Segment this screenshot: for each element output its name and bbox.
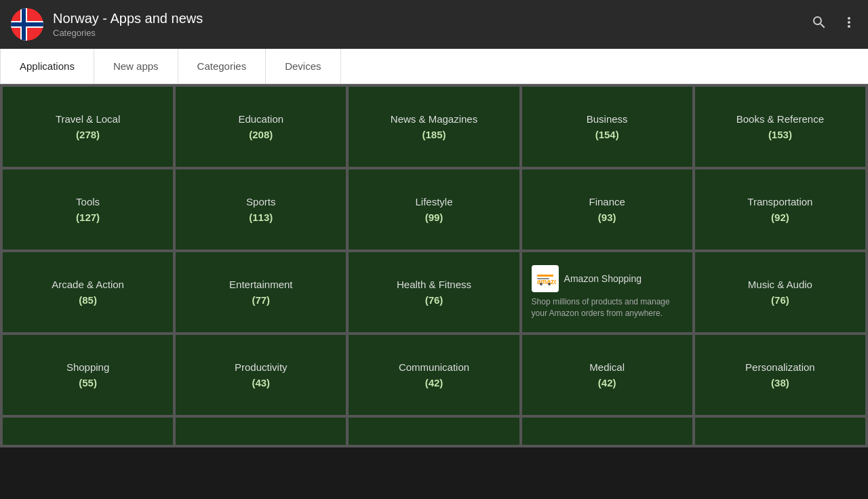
category-name: Sports [246, 196, 275, 207]
category-productivity[interactable]: Productivity (43) [176, 335, 346, 415]
category-name: Tools [76, 196, 100, 207]
category-news-magazines[interactable]: News & Magazines (185) [349, 87, 519, 167]
category-shopping[interactable]: Shopping (55) [3, 335, 173, 415]
category-transportation[interactable]: Transportation (92) [695, 169, 865, 250]
category-arcade-action[interactable]: Arcade & Action (85) [3, 252, 173, 332]
category-count: (42) [598, 377, 616, 388]
category-count: (85) [79, 294, 97, 306]
category-name: Entertainment [229, 279, 292, 290]
category-name: Travel & Local [56, 113, 120, 125]
category-count: (76) [771, 294, 789, 306]
category-count: (38) [771, 377, 789, 388]
category-sports[interactable]: Sports (113) [176, 169, 346, 250]
category-name: Health & Fitness [397, 279, 471, 290]
category-name: Lifestyle [415, 196, 452, 207]
category-count: (278) [76, 129, 100, 140]
category-tools[interactable]: Tools (127) [3, 169, 173, 250]
header-title: Norway - Apps and news [53, 11, 203, 26]
header-subtitle: Categories [53, 28, 203, 38]
category-name: Finance [589, 196, 625, 207]
header-actions [811, 14, 857, 35]
category-communication[interactable]: Communication (42) [349, 335, 519, 415]
category-name: Shopping [66, 361, 109, 373]
category-medical[interactable]: Medical (42) [522, 335, 692, 415]
category-bottom-5[interactable] [695, 418, 865, 445]
ad-header: amazon Amazon Shopping [532, 265, 642, 292]
category-name: Transportation [747, 196, 812, 207]
category-count: (42) [425, 377, 443, 388]
category-entertainment[interactable]: Entertainment (77) [176, 252, 346, 332]
category-count: (127) [76, 212, 100, 223]
category-count: (76) [425, 294, 443, 306]
svg-rect-3 [11, 22, 43, 26]
category-count: (185) [422, 129, 446, 140]
category-bottom-2[interactable] [176, 418, 346, 445]
category-health-fitness[interactable]: Health & Fitness (76) [349, 252, 519, 332]
category-bottom-3[interactable] [349, 418, 519, 445]
category-count: (77) [252, 294, 270, 306]
category-count: (43) [252, 377, 270, 388]
svg-rect-9 [537, 278, 549, 279]
country-flag [11, 8, 43, 41]
nav-tabs: Applications New apps Categories Devices [0, 49, 868, 84]
category-name: Music & Audio [748, 279, 812, 290]
ad-description: Shop millions of products and manage you… [532, 296, 683, 319]
category-count: (208) [249, 129, 273, 140]
amazon-ad[interactable]: amazon Amazon Shopping Shop millions of … [522, 252, 692, 332]
category-count: (154) [595, 129, 619, 140]
category-name: Education [238, 113, 283, 125]
category-name: Communication [399, 361, 469, 373]
category-count: (92) [771, 212, 789, 223]
bottom-partial-row [0, 418, 868, 447]
more-options-icon[interactable] [841, 14, 857, 35]
tab-devices[interactable]: Devices [266, 49, 340, 83]
category-name: Business [587, 113, 628, 125]
category-personalization[interactable]: Personalization (38) [695, 335, 865, 415]
header-left: Norway - Apps and news Categories [11, 8, 203, 41]
category-name: Medical [589, 361, 625, 373]
category-business[interactable]: Business (154) [522, 87, 692, 167]
search-icon[interactable] [811, 14, 827, 35]
svg-point-10 [540, 283, 542, 285]
category-lifestyle[interactable]: Lifestyle (99) [349, 169, 519, 250]
header: Norway - Apps and news Categories [0, 0, 868, 49]
category-count: (113) [249, 212, 273, 223]
category-count: (153) [768, 129, 792, 140]
svg-point-11 [548, 283, 551, 285]
category-bottom-1[interactable] [3, 418, 173, 445]
category-bottom-4[interactable] [522, 418, 692, 445]
tab-categories[interactable]: Categories [178, 49, 267, 83]
category-education[interactable]: Education (208) [176, 87, 346, 167]
category-travel-local[interactable]: Travel & Local (278) [3, 87, 173, 167]
category-music-audio[interactable]: Music & Audio (76) [695, 252, 865, 332]
category-name: Personalization [745, 361, 815, 373]
amazon-logo: amazon [532, 265, 559, 292]
ad-app-name: Amazon Shopping [564, 273, 642, 284]
header-text: Norway - Apps and news Categories [53, 11, 203, 38]
category-name: News & Magazines [391, 113, 477, 125]
tab-applications[interactable]: Applications [0, 49, 94, 83]
svg-rect-4 [22, 8, 26, 41]
category-count: (55) [79, 377, 97, 388]
category-count: (93) [598, 212, 616, 223]
category-name: Arcade & Action [52, 279, 124, 290]
category-name: Books & Reference [736, 113, 824, 125]
tab-new-apps[interactable]: New apps [94, 49, 178, 83]
categories-grid: Travel & Local (278) Education (208) New… [0, 84, 868, 418]
svg-rect-8 [537, 275, 553, 277]
category-finance[interactable]: Finance (93) [522, 169, 692, 250]
category-name: Productivity [235, 361, 288, 373]
category-books-reference[interactable]: Books & Reference (153) [695, 87, 865, 167]
category-count: (99) [425, 212, 443, 223]
